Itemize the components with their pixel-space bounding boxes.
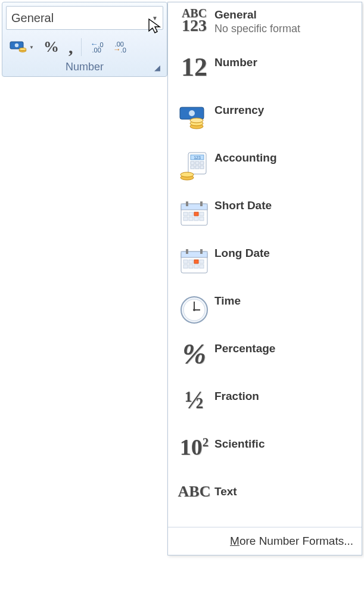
abc123-icon: ABC123 [174, 8, 214, 33]
svg-rect-36 [186, 249, 188, 254]
percent-icon: % [174, 342, 214, 367]
svg-rect-33 [194, 212, 198, 216]
svg-rect-17 [195, 166, 199, 169]
format-option-time[interactable]: Time [168, 288, 362, 336]
svg-rect-28 [200, 212, 204, 216]
svg-point-1 [15, 44, 18, 47]
format-option-text[interactable]: ABCText [168, 479, 362, 527]
more-number-formats-item[interactable]: More Number Formats... [168, 527, 362, 555]
format-option-title: Percentage [214, 342, 357, 355]
svg-rect-42 [183, 265, 188, 268]
dialog-launcher-icon[interactable]: ◢ [153, 63, 162, 73]
svg-rect-22 [181, 204, 207, 210]
format-option-number[interactable]: 12Number [168, 50, 362, 98]
calendar-icon [174, 199, 214, 228]
ribbon-buttons-row: ▼ % , ←.0 .00 .00→.0 [6, 36, 163, 58]
format-option-scientific[interactable]: 102Scientific [168, 432, 362, 479]
svg-rect-15 [200, 162, 204, 164]
format-option-subtitle: No specific format [214, 23, 357, 35]
format-option-title: General [214, 8, 357, 21]
svg-point-3 [19, 48, 26, 50]
format-option-title: Number [214, 56, 357, 69]
tenpow-icon: 102 [174, 437, 214, 457]
separator [81, 38, 82, 56]
format-option-percentage[interactable]: %Percentage [168, 336, 362, 384]
increase-decimal-button[interactable]: ←.0 .00 [88, 38, 105, 56]
ribbon-number-group: General ▼ ▼ % , ←.0 .00 [2, 2, 167, 77]
money-icon [10, 40, 27, 54]
calendar-icon [174, 247, 214, 275]
svg-rect-44 [194, 265, 198, 268]
svg-point-20 [181, 172, 194, 177]
chevron-down-icon: ▼ [29, 45, 34, 50]
format-option-title: Text [214, 485, 357, 498]
abc-icon: ABC [174, 485, 214, 498]
svg-rect-43 [189, 265, 193, 268]
svg-rect-29 [183, 217, 188, 221]
currency-icon [174, 104, 214, 132]
svg-rect-13 [191, 162, 194, 164]
increase-decimal-icon: ←.0 .00 [90, 42, 103, 53]
svg-rect-14 [195, 162, 199, 164]
clock-icon [174, 294, 214, 325]
svg-rect-16 [191, 166, 194, 169]
format-option-title: Time [214, 294, 357, 308]
more-number-formats-label: More Number Formats... [230, 535, 353, 547]
svg-rect-38 [183, 260, 188, 263]
format-option-title: Short Date [214, 199, 357, 212]
svg-rect-31 [194, 217, 198, 221]
decrease-decimal-button[interactable]: .00→.0 [111, 38, 129, 56]
comma-icon: , [69, 43, 73, 51]
svg-rect-37 [200, 249, 203, 254]
svg-rect-26 [189, 212, 193, 216]
accounting-format-button[interactable]: ▼ [7, 38, 36, 56]
percent-icon: % [43, 38, 59, 56]
svg-rect-25 [183, 212, 188, 216]
format-option-shortdate[interactable]: Short Date [168, 193, 362, 241]
format-option-title: Fraction [214, 390, 357, 403]
accounting-icon: 123 [174, 151, 214, 182]
svg-point-51 [193, 309, 195, 311]
svg-rect-46 [194, 260, 198, 263]
format-option-longdate[interactable]: Long Date [168, 241, 362, 288]
ribbon-group-label: Number [66, 61, 104, 73]
format-option-title: Scientific [214, 437, 357, 451]
svg-rect-39 [189, 260, 193, 263]
svg-rect-41 [200, 260, 204, 263]
format-option-accounting[interactable]: 123Accounting [168, 145, 362, 193]
decrease-decimal-icon: .00→.0 [113, 42, 126, 53]
svg-rect-32 [200, 217, 204, 221]
format-option-general[interactable]: ABC123GeneralNo specific format [168, 2, 362, 50]
svg-rect-35 [181, 252, 207, 257]
format-option-fraction[interactable]: ½Fraction [168, 384, 362, 432]
svg-rect-18 [200, 166, 204, 169]
svg-point-6 [189, 110, 195, 116]
comma-style-button[interactable]: , [66, 38, 76, 56]
svg-rect-24 [200, 201, 203, 206]
12-icon: 12 [174, 56, 214, 78]
fraction-icon: ½ [174, 390, 214, 411]
svg-rect-45 [200, 265, 204, 268]
format-option-title: Long Date [214, 247, 357, 260]
number-format-combo[interactable]: General ▼ [6, 6, 163, 30]
svg-text:123: 123 [194, 156, 201, 160]
number-format-combo-value: General [11, 11, 147, 25]
svg-rect-23 [186, 201, 188, 206]
format-option-currency[interactable]: Currency [168, 98, 362, 145]
ribbon-group-footer: Number ◢ [6, 58, 163, 75]
format-option-title: Currency [214, 104, 357, 117]
format-option-title: Accounting [214, 151, 357, 164]
chevron-down-icon: ▼ [147, 15, 163, 21]
svg-point-9 [190, 118, 203, 123]
percent-style-button[interactable]: % [41, 38, 61, 56]
svg-rect-30 [189, 217, 193, 221]
number-format-dropdown: ABC123GeneralNo specific format12NumberC… [167, 2, 362, 555]
